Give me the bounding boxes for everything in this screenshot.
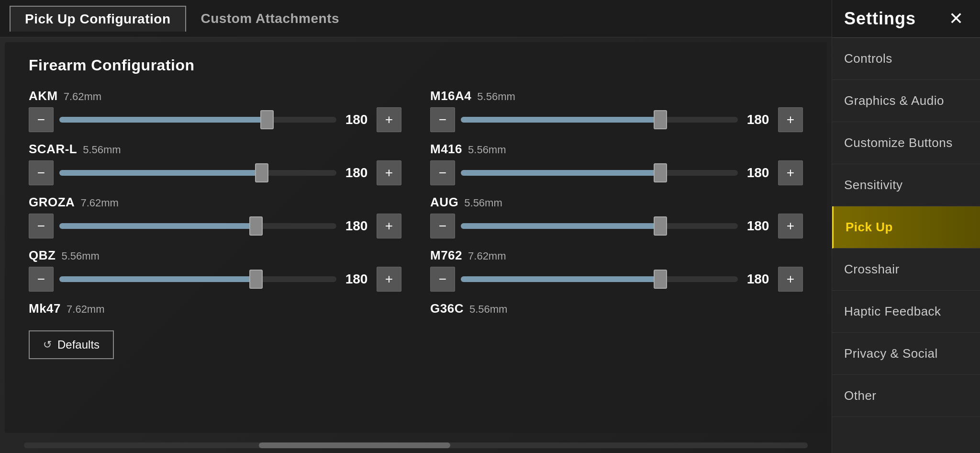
firearm-caliber: 5.56mm [464,197,502,209]
slider-track[interactable] [59,117,336,123]
slider-fill [59,276,256,282]
firearm-name: AKM [29,89,58,103]
close-button[interactable]: ✕ [944,7,968,31]
increase-btn[interactable]: + [377,107,401,132]
slider-track[interactable] [461,170,738,176]
slider-thumb[interactable] [249,216,263,236]
firearm-item-scar-l: SCAR-L 5.56mm − 180 + [29,142,401,185]
slider-fill [59,223,256,229]
sidebar-item-graphics-audio[interactable]: Graphics & Audio [832,80,980,122]
slider-value: 180 [744,272,772,287]
firearm-label: Mk47 7.62mm [29,301,401,316]
slider-thumb[interactable] [255,163,268,182]
firearm-name: M762 [430,248,462,263]
decrease-btn[interactable]: − [430,267,455,292]
slider-track[interactable] [461,117,738,123]
slider-fill [461,170,660,176]
decrease-btn[interactable]: − [430,107,455,132]
firearm-item-akm: AKM 7.62mm − 180 + [29,89,401,132]
firearm-label: M16A4 5.56mm [430,89,803,103]
slider-value: 180 [342,218,371,234]
firearm-item-m16a4: M16A4 5.56mm − 180 + [430,89,803,132]
firearm-label: SCAR-L 5.56mm [29,142,401,157]
slider-track[interactable] [59,223,336,229]
firearm-caliber: 7.62mm [80,197,118,209]
sidebar-item-privacy-social[interactable]: Privacy & Social [832,333,980,375]
firearm-grid: AKM 7.62mm − 180 + M16A4 [29,89,803,316]
slider-row: − 180 + [29,160,401,185]
defaults-button[interactable]: ↺ Defaults [29,330,114,359]
increase-btn[interactable]: + [778,160,803,185]
decrease-btn[interactable]: − [430,214,455,238]
firearm-label: G36C 5.56mm [430,301,803,316]
slider-row: − 180 + [29,107,401,132]
firearm-name: M416 [430,142,462,157]
firearm-label: AUG 5.56mm [430,195,803,210]
slider-track[interactable] [461,276,738,282]
firearm-label: AKM 7.62mm [29,89,401,103]
slider-fill [461,276,660,282]
slider-track[interactable] [461,223,738,229]
increase-btn[interactable]: + [377,267,401,292]
slider-thumb[interactable] [654,270,667,289]
sidebar-item-customize-buttons[interactable]: Customize Buttons [832,122,980,164]
tabs-bar: Pick Up Configuration Custom Attachments [0,0,832,37]
increase-btn[interactable]: + [377,214,401,238]
slider-track[interactable] [59,170,336,176]
firearm-name: SCAR-L [29,142,77,157]
sidebar-item-controls[interactable]: Controls [832,37,980,80]
firearm-label: M762 7.62mm [430,248,803,263]
slider-value: 180 [744,112,772,127]
sidebar-item-haptic-feedback[interactable]: Haptic Feedback [832,291,980,333]
increase-btn[interactable]: + [778,214,803,238]
increase-btn[interactable]: + [778,267,803,292]
decrease-btn[interactable]: − [29,267,54,292]
horizontal-scrollbar[interactable] [24,442,808,448]
firearm-name: QBZ [29,248,56,263]
main-content: Pick Up Configuration Custom Attachments… [0,0,832,453]
firearm-name: G36C [430,301,464,316]
firearm-caliber: 7.62mm [64,91,101,103]
firearm-item-m762: M762 7.62mm − 180 + [430,248,803,292]
slider-value: 180 [744,165,772,181]
firearm-label: GROZA 7.62mm [29,195,401,210]
sidebar-item-pick-up[interactable]: Pick Up [832,206,980,249]
sidebar-item-sensitivity[interactable]: Sensitivity [832,164,980,206]
scrollbar-thumb[interactable] [259,442,450,448]
firearm-caliber: 7.62mm [67,303,104,316]
slider-track[interactable] [59,276,336,282]
increase-btn[interactable]: + [778,107,803,132]
firearm-item-m416: M416 5.56mm − 180 + [430,142,803,185]
sidebar-header: Settings ✕ [832,0,980,37]
firearm-item-mk47: Mk47 7.62mm [29,301,401,316]
sidebar-title: Settings [844,9,916,29]
decrease-btn[interactable]: − [29,214,54,238]
slider-value: 180 [342,165,371,181]
slider-fill [461,223,660,229]
slider-thumb[interactable] [249,270,263,289]
sidebar-item-other[interactable]: Other [832,375,980,417]
slider-row: − 180 + [29,267,401,292]
sidebar-item-crosshair[interactable]: Crosshair [832,249,980,291]
slider-fill [461,117,660,123]
decrease-btn[interactable]: − [430,160,455,185]
slider-row: − 180 + [430,160,803,185]
slider-thumb[interactable] [654,216,667,236]
slider-row: − 180 + [430,107,803,132]
sidebar-menu: Controls Graphics & Audio Customize Butt… [832,37,980,453]
slider-fill [59,117,267,123]
sidebar: Settings ✕ Controls Graphics & Audio Cus… [832,0,980,453]
decrease-btn[interactable]: − [29,107,54,132]
firearm-label: QBZ 5.56mm [29,248,401,263]
slider-thumb[interactable] [654,110,667,129]
decrease-btn[interactable]: − [29,160,54,185]
tab-custom-attachments[interactable]: Custom Attachments [186,6,355,32]
firearm-label: M416 5.56mm [430,142,803,157]
firearm-name: GROZA [29,195,75,210]
tab-pickup-config[interactable]: Pick Up Configuration [10,6,186,32]
slider-thumb[interactable] [654,163,667,182]
increase-btn[interactable]: + [377,160,401,185]
firearm-item-g36c: G36C 5.56mm [430,301,803,316]
slider-row: − 180 + [29,214,401,238]
slider-thumb[interactable] [260,110,274,129]
